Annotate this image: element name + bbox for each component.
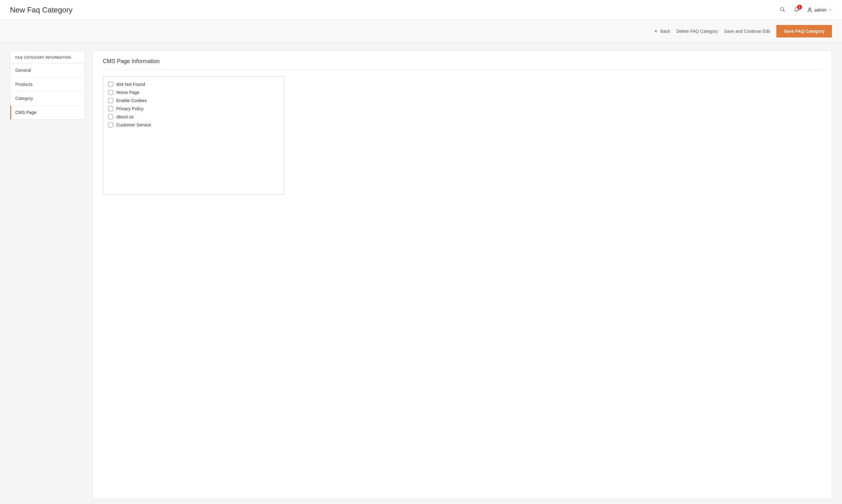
search-icon	[779, 6, 785, 12]
chevron-down-icon	[828, 8, 832, 12]
cms-page-label: Enable Cookies	[116, 98, 147, 103]
cms-page-label: 404 Not Found	[116, 82, 145, 87]
notification-badge: 1	[797, 5, 802, 10]
header-actions: 1 admin	[778, 5, 832, 14]
top-header: New Faq Category 1 admin	[0, 0, 842, 20]
svg-line-1	[783, 10, 785, 12]
sidebar-nav: General Products Category CMS Page	[10, 63, 85, 120]
admin-menu-button[interactable]: admin	[807, 7, 832, 13]
action-toolbar: Back Delete FAQ Category Save and Contin…	[0, 20, 842, 43]
arrow-left-icon	[654, 29, 658, 33]
cms-page-checkbox-about[interactable]	[108, 114, 113, 119]
list-item[interactable]: Enable Cookies	[108, 96, 279, 105]
user-icon	[807, 7, 813, 13]
sidebar-item-products[interactable]: Products	[10, 77, 85, 91]
sidebar-item-general[interactable]: General	[10, 64, 85, 77]
cms-page-list: 404 Not FoundHome PageEnable CookiesPriv…	[103, 76, 284, 195]
save-button[interactable]: Save FAQ Category	[776, 25, 832, 37]
list-item[interactable]: About us	[108, 113, 279, 121]
main-content: FAQ CATEGORY INFORMATION General Product…	[0, 43, 842, 504]
section-divider	[103, 70, 822, 70]
list-item[interactable]: Customer Service	[108, 121, 279, 129]
cms-page-checkbox-home[interactable]	[108, 90, 113, 95]
section-title: CMS Page Information	[103, 58, 822, 65]
sidebar: FAQ CATEGORY INFORMATION General Product…	[10, 50, 85, 499]
sidebar-item-category[interactable]: Category	[10, 91, 85, 106]
list-item[interactable]: 404 Not Found	[108, 80, 279, 88]
cms-page-label: Customer Service	[116, 122, 151, 127]
list-item[interactable]: Home Page	[108, 88, 279, 96]
admin-label: admin	[814, 7, 826, 13]
back-button[interactable]: Back	[654, 29, 670, 34]
cms-page-label: Privacy Policy	[116, 106, 143, 111]
content-area: CMS Page Information 404 Not FoundHome P…	[92, 50, 832, 499]
cms-page-checkbox-cookies[interactable]	[108, 98, 113, 103]
list-item[interactable]: Privacy Policy	[108, 105, 279, 113]
cms-page-label: Home Page	[116, 90, 139, 95]
page-title: New Faq Category	[10, 6, 72, 14]
cms-page-checkbox-customer-service[interactable]	[108, 122, 113, 127]
delete-button[interactable]: Delete FAQ Category	[676, 29, 718, 34]
save-continue-button[interactable]: Save and Continue Edit	[724, 29, 770, 34]
search-button[interactable]	[778, 5, 786, 14]
cms-page-checkbox-privacy[interactable]	[108, 106, 113, 111]
sidebar-item-cms-page[interactable]: CMS Page	[10, 106, 85, 120]
sidebar-section-title: FAQ CATEGORY INFORMATION	[10, 50, 85, 63]
notification-button[interactable]: 1	[793, 5, 801, 14]
cms-page-checkbox-404[interactable]	[108, 82, 113, 87]
svg-point-2	[809, 8, 811, 10]
cms-page-label: About us	[116, 114, 134, 119]
